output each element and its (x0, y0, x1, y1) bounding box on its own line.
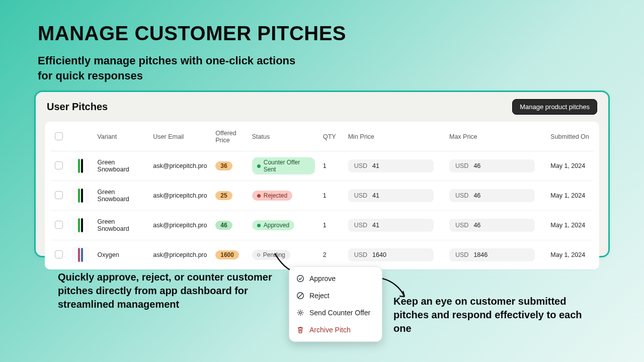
row-checkbox[interactable] (55, 221, 63, 229)
check-circle-icon (296, 275, 304, 283)
product-thumb (72, 246, 89, 263)
min-price-field[interactable]: USD41 (348, 189, 434, 202)
callout-left: Quickly approve, reject, or counter cust… (58, 270, 274, 311)
pitches-table: Variant User Email Offered Price Status … (45, 122, 599, 269)
row-checkbox[interactable] (55, 161, 63, 169)
min-price-field[interactable]: USD41 (348, 159, 434, 172)
table-row: Green Snowboardask@pricepitch.pro46Appro… (51, 211, 593, 240)
cell-variant: Green Snowboard (94, 151, 149, 181)
cell-submitted: May 1, 2024 (546, 211, 593, 240)
cell-variant: Oxygen (94, 240, 149, 270)
row-checkbox[interactable] (55, 250, 63, 258)
col-header-max: Max Price (445, 122, 546, 151)
cell-email: ask@pricepitch.pro (149, 240, 211, 270)
cell-submitted: May 1, 2024 (546, 151, 593, 181)
select-all-checkbox[interactable] (55, 132, 63, 140)
status-badge: Approved (252, 220, 294, 230)
product-thumb (72, 217, 89, 234)
ban-icon (296, 292, 304, 300)
svg-point-0 (297, 276, 304, 282)
menu-counter-label: Send Counter Offer (309, 309, 370, 317)
offered-price-badge: 25 (215, 191, 232, 200)
table-row: Green Snowboardask@pricepitch.pro25Rejec… (51, 181, 593, 211)
row-checkbox[interactable] (55, 191, 63, 199)
product-thumb (72, 187, 89, 204)
gear-icon (296, 309, 304, 317)
cell-qty: 1 (319, 181, 344, 211)
hero-title: MANAGE CUSTOMER PITCHES (38, 22, 346, 45)
col-header-qty: QTY (319, 122, 344, 151)
col-header-min: Min Price (344, 122, 445, 151)
cell-submitted: May 1, 2024 (546, 240, 593, 270)
table-row: Oxygenask@pricepitch.pro1600Pending2USD1… (51, 240, 593, 270)
cell-email: ask@pricepitch.pro (149, 181, 211, 211)
table-row: Green Snowboardask@pricepitch.pro36Count… (51, 151, 593, 181)
max-price-field[interactable]: USD46 (449, 189, 535, 202)
menu-counter[interactable]: Send Counter Offer (289, 304, 382, 321)
manage-product-pitches-button[interactable]: Manage product pitches (512, 99, 597, 115)
min-price-field[interactable]: USD41 (348, 219, 434, 232)
cell-email: ask@pricepitch.pro (149, 211, 211, 240)
status-badge: Counter Offer Sent (252, 157, 315, 174)
cell-qty: 1 (319, 211, 344, 240)
panel-title: User Pitches (47, 101, 108, 113)
product-thumb (72, 157, 89, 174)
cell-variant: Green Snowboard (94, 211, 149, 240)
max-price-field[interactable]: USD46 (449, 159, 535, 172)
hero-subtitle: Efficiently manage pitches with one-clic… (38, 53, 309, 83)
cell-submitted: May 1, 2024 (546, 181, 593, 211)
trash-icon (296, 326, 304, 334)
menu-approve-label: Approve (309, 275, 336, 283)
col-header-offered: Offered Price (211, 122, 248, 151)
svg-line-2 (298, 294, 302, 298)
status-badge: Rejected (252, 191, 292, 201)
user-pitches-panel: User Pitches Manage product pitches Vari… (34, 90, 610, 257)
col-header-submitted: Submitted On (546, 122, 593, 151)
menu-reject[interactable]: Reject (289, 287, 382, 304)
pitch-actions-menu: Approve Reject Send Counter Offer Archiv… (289, 266, 382, 342)
cell-qty: 2 (319, 240, 344, 270)
cell-variant: Green Snowboard (94, 181, 149, 211)
offered-price-badge: 46 (215, 221, 232, 230)
callout-right: Keep an eye on customer submitted pitche… (393, 295, 595, 335)
col-header-email: User Email (149, 122, 211, 151)
max-price-field[interactable]: USD46 (449, 219, 535, 232)
cell-email: ask@pricepitch.pro (149, 151, 211, 181)
svg-point-3 (299, 312, 301, 314)
offered-price-badge: 36 (215, 161, 232, 170)
menu-archive[interactable]: Archive Pitch (289, 321, 382, 338)
col-header-status: Status (248, 122, 319, 151)
col-header-variant: Variant (94, 122, 149, 151)
min-price-field[interactable]: USD1640 (348, 248, 434, 261)
offered-price-badge: 1600 (215, 250, 239, 259)
max-price-field[interactable]: USD1846 (449, 248, 535, 261)
menu-approve[interactable]: Approve (289, 270, 382, 287)
menu-archive-label: Archive Pitch (309, 326, 351, 334)
cell-qty: 1 (319, 151, 344, 181)
menu-reject-label: Reject (309, 292, 330, 300)
